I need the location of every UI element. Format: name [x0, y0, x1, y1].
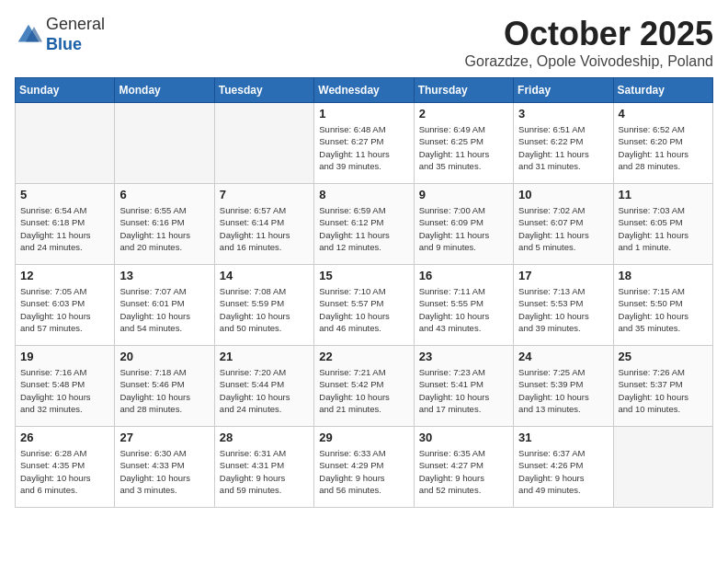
day-info: Sunrise: 7:11 AM Sunset: 5:55 PM Dayligh…	[419, 285, 508, 334]
day-number: 24	[518, 350, 608, 363]
calendar-cell: 10Sunrise: 7:02 AM Sunset: 6:07 PM Dayli…	[514, 184, 613, 265]
calendar-cell: 26Sunrise: 6:28 AM Sunset: 4:35 PM Dayli…	[16, 427, 115, 508]
day-info: Sunrise: 7:02 AM Sunset: 6:07 PM Dayligh…	[518, 204, 608, 253]
calendar-cell: 14Sunrise: 7:08 AM Sunset: 5:59 PM Dayli…	[214, 265, 313, 346]
day-info: Sunrise: 6:52 AM Sunset: 6:20 PM Dayligh…	[619, 123, 708, 172]
calendar-cell	[16, 103, 115, 184]
day-number: 30	[419, 431, 508, 444]
day-info: Sunrise: 7:21 AM Sunset: 5:42 PM Dayligh…	[319, 366, 408, 415]
day-number: 6	[119, 188, 209, 201]
logo-text: General Blue	[46, 15, 105, 54]
day-number: 25	[619, 350, 708, 363]
day-info: Sunrise: 7:00 AM Sunset: 6:09 PM Dayligh…	[419, 204, 508, 253]
day-number: 22	[319, 350, 408, 363]
title-block: October 2025 Gorazdze, Opole Voivodeship…	[465, 15, 713, 70]
day-number: 26	[20, 431, 109, 444]
calendar-cell: 1Sunrise: 6:48 AM Sunset: 6:27 PM Daylig…	[314, 103, 414, 184]
calendar-cell: 18Sunrise: 7:15 AM Sunset: 5:50 PM Dayli…	[613, 265, 712, 346]
day-number: 2	[419, 107, 508, 121]
calendar-cell: 20Sunrise: 7:18 AM Sunset: 5:46 PM Dayli…	[115, 346, 214, 427]
calendar-cell: 23Sunrise: 7:23 AM Sunset: 5:41 PM Dayli…	[414, 346, 513, 427]
location-title: Gorazdze, Opole Voivodeship, Poland	[465, 53, 713, 70]
weekday-header: Tuesday	[214, 78, 313, 103]
day-number: 23	[419, 350, 508, 363]
day-info: Sunrise: 7:20 AM Sunset: 5:44 PM Dayligh…	[220, 366, 309, 415]
day-info: Sunrise: 7:26 AM Sunset: 5:37 PM Dayligh…	[619, 366, 708, 415]
day-number: 8	[319, 188, 408, 201]
month-title: October 2025	[465, 15, 713, 53]
day-info: Sunrise: 6:55 AM Sunset: 6:16 PM Dayligh…	[119, 204, 209, 253]
day-number: 7	[220, 188, 309, 201]
day-number: 27	[119, 431, 209, 444]
calendar-cell	[214, 103, 313, 184]
day-number: 3	[518, 107, 608, 121]
day-number: 20	[119, 350, 209, 363]
weekday-header: Monday	[115, 78, 214, 103]
day-info: Sunrise: 6:33 AM Sunset: 4:29 PM Dayligh…	[319, 447, 408, 496]
calendar-week-row: 26Sunrise: 6:28 AM Sunset: 4:35 PM Dayli…	[16, 427, 713, 508]
calendar-cell: 13Sunrise: 7:07 AM Sunset: 6:01 PM Dayli…	[115, 265, 214, 346]
day-info: Sunrise: 7:16 AM Sunset: 5:48 PM Dayligh…	[20, 366, 109, 415]
day-info: Sunrise: 6:54 AM Sunset: 6:18 PM Dayligh…	[20, 204, 109, 253]
calendar-cell: 22Sunrise: 7:21 AM Sunset: 5:42 PM Dayli…	[314, 346, 414, 427]
calendar-cell: 24Sunrise: 7:25 AM Sunset: 5:39 PM Dayli…	[514, 346, 613, 427]
calendar-cell: 7Sunrise: 6:57 AM Sunset: 6:14 PM Daylig…	[214, 184, 313, 265]
calendar-cell: 30Sunrise: 6:35 AM Sunset: 4:27 PM Dayli…	[414, 427, 513, 508]
calendar-cell: 5Sunrise: 6:54 AM Sunset: 6:18 PM Daylig…	[16, 184, 115, 265]
day-number: 17	[518, 269, 608, 282]
day-number: 31	[518, 431, 608, 444]
day-number: 18	[619, 269, 708, 282]
day-info: Sunrise: 6:57 AM Sunset: 6:14 PM Dayligh…	[220, 204, 309, 253]
calendar-cell: 16Sunrise: 7:11 AM Sunset: 5:55 PM Dayli…	[414, 265, 513, 346]
weekday-header: Friday	[514, 78, 613, 103]
day-number: 14	[220, 269, 309, 282]
calendar-cell: 15Sunrise: 7:10 AM Sunset: 5:57 PM Dayli…	[314, 265, 414, 346]
day-number: 15	[319, 269, 408, 282]
day-info: Sunrise: 7:10 AM Sunset: 5:57 PM Dayligh…	[319, 285, 408, 334]
weekday-header: Thursday	[414, 78, 513, 103]
calendar-table: SundayMondayTuesdayWednesdayThursdayFrid…	[15, 77, 713, 508]
logo-icon	[15, 21, 42, 49]
calendar-cell: 17Sunrise: 7:13 AM Sunset: 5:53 PM Dayli…	[514, 265, 613, 346]
calendar-cell: 2Sunrise: 6:49 AM Sunset: 6:25 PM Daylig…	[414, 103, 513, 184]
day-number: 21	[220, 350, 309, 363]
day-info: Sunrise: 7:05 AM Sunset: 6:03 PM Dayligh…	[20, 285, 109, 334]
day-info: Sunrise: 6:48 AM Sunset: 6:27 PM Dayligh…	[319, 123, 408, 172]
day-number: 13	[119, 269, 209, 282]
calendar-week-row: 19Sunrise: 7:16 AM Sunset: 5:48 PM Dayli…	[16, 346, 713, 427]
calendar-cell: 9Sunrise: 7:00 AM Sunset: 6:09 PM Daylig…	[414, 184, 513, 265]
calendar-cell: 25Sunrise: 7:26 AM Sunset: 5:37 PM Dayli…	[613, 346, 712, 427]
day-number: 29	[319, 431, 408, 444]
day-number: 4	[619, 107, 708, 121]
calendar-cell	[613, 427, 712, 508]
day-number: 5	[20, 188, 109, 201]
day-info: Sunrise: 7:25 AM Sunset: 5:39 PM Dayligh…	[518, 366, 608, 415]
calendar-cell: 4Sunrise: 6:52 AM Sunset: 6:20 PM Daylig…	[613, 103, 712, 184]
calendar-cell: 31Sunrise: 6:37 AM Sunset: 4:26 PM Dayli…	[514, 427, 613, 508]
calendar-cell: 12Sunrise: 7:05 AM Sunset: 6:03 PM Dayli…	[16, 265, 115, 346]
day-info: Sunrise: 6:59 AM Sunset: 6:12 PM Dayligh…	[319, 204, 408, 253]
day-info: Sunrise: 6:35 AM Sunset: 4:27 PM Dayligh…	[419, 447, 508, 496]
day-info: Sunrise: 6:28 AM Sunset: 4:35 PM Dayligh…	[20, 447, 109, 496]
weekday-header: Wednesday	[314, 78, 414, 103]
day-info: Sunrise: 6:30 AM Sunset: 4:33 PM Dayligh…	[119, 447, 209, 496]
weekday-header: Saturday	[613, 78, 712, 103]
day-number: 16	[419, 269, 508, 282]
calendar-cell: 11Sunrise: 7:03 AM Sunset: 6:05 PM Dayli…	[613, 184, 712, 265]
day-number: 28	[220, 431, 309, 444]
calendar-cell: 6Sunrise: 6:55 AM Sunset: 6:16 PM Daylig…	[115, 184, 214, 265]
logo: General Blue	[15, 15, 105, 54]
weekday-header: Sunday	[16, 78, 115, 103]
calendar-cell: 21Sunrise: 7:20 AM Sunset: 5:44 PM Dayli…	[214, 346, 313, 427]
weekday-header-row: SundayMondayTuesdayWednesdayThursdayFrid…	[16, 78, 713, 103]
day-info: Sunrise: 6:49 AM Sunset: 6:25 PM Dayligh…	[419, 123, 508, 172]
day-number: 11	[619, 188, 708, 201]
day-info: Sunrise: 7:13 AM Sunset: 5:53 PM Dayligh…	[518, 285, 608, 334]
calendar-cell: 8Sunrise: 6:59 AM Sunset: 6:12 PM Daylig…	[314, 184, 414, 265]
day-info: Sunrise: 6:31 AM Sunset: 4:31 PM Dayligh…	[220, 447, 309, 496]
calendar-week-row: 5Sunrise: 6:54 AM Sunset: 6:18 PM Daylig…	[16, 184, 713, 265]
day-info: Sunrise: 7:15 AM Sunset: 5:50 PM Dayligh…	[619, 285, 708, 334]
day-info: Sunrise: 6:51 AM Sunset: 6:22 PM Dayligh…	[518, 123, 608, 172]
day-number: 10	[518, 188, 608, 201]
day-info: Sunrise: 7:18 AM Sunset: 5:46 PM Dayligh…	[119, 366, 209, 415]
